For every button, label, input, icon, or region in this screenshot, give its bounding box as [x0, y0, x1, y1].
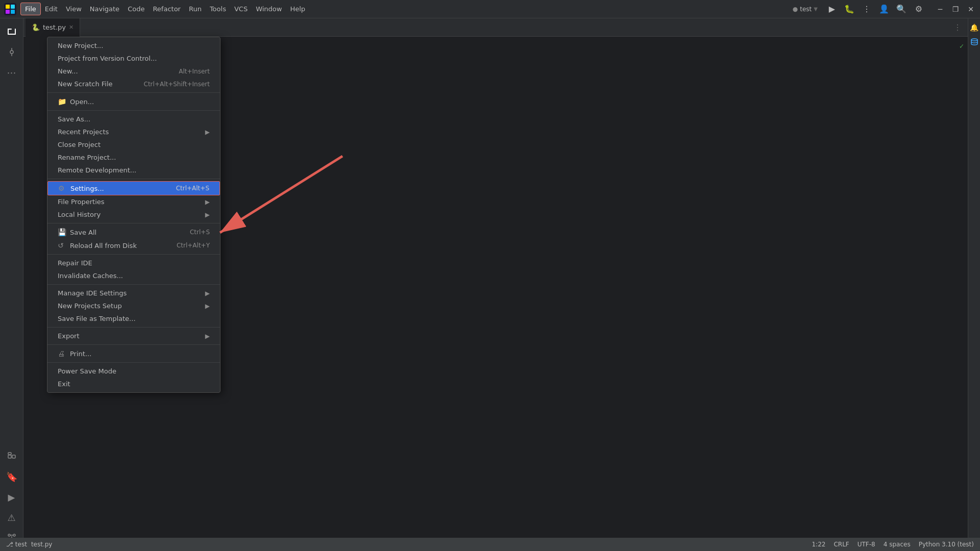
menu-bar-right: ● test ▼ ▶ 🐛 ⋮ 👤 🔍 ⚙ ─ ❐ ✕	[789, 2, 978, 16]
menu-item-reload-disk[interactable]: ↺ Reload All from Disk Ctrl+Alt+Y	[47, 239, 220, 252]
more-run-options[interactable]: ⋮	[860, 2, 874, 16]
menu-item-new-projects-setup[interactable]: New Projects Setup ▶	[47, 299, 220, 312]
shortcut-label: Alt+Insert	[179, 68, 210, 75]
line-ending-indicator[interactable]: CRLF	[834, 541, 849, 548]
svg-rect-8	[15, 29, 16, 35]
menu-item-print[interactable]: 🖨 Print...	[47, 347, 220, 360]
status-left: ⎇ test test.py	[6, 541, 52, 548]
python-version-indicator[interactable]: Python 3.10 (test)	[919, 541, 974, 548]
tab-close-icon[interactable]: ✕	[69, 24, 74, 31]
menu-run[interactable]: Run	[185, 3, 206, 15]
menu-item-label: Remote Development...	[58, 166, 136, 174]
submenu-arrow-icon: ▶	[205, 333, 210, 340]
menu-item-close-project[interactable]: Close Project	[47, 138, 220, 151]
tab-overflow-button[interactable]: ⋮	[949, 22, 966, 32]
menu-item-new-scratch[interactable]: New Scratch File Ctrl+Alt+Shift+Insert	[47, 78, 220, 90]
sidebar-item-problems[interactable]: ⚠	[3, 508, 21, 527]
menu-item-power-save-mode[interactable]: Power Save Mode	[47, 365, 220, 378]
editor-tab-test-py[interactable]: 🐍 test.py ✕	[26, 18, 80, 37]
menu-item-label: New Scratch File	[58, 80, 113, 88]
debug-button[interactable]: 🐛	[842, 2, 856, 16]
menu-item-manage-ide-settings[interactable]: Manage IDE Settings ▶	[47, 287, 220, 299]
sidebar-item-project[interactable]	[3, 22, 21, 41]
run-configuration[interactable]: ● test ▼	[789, 5, 822, 14]
menu-item-label: Exit	[58, 380, 70, 388]
menu-divider	[47, 284, 220, 285]
minimize-button[interactable]: ─	[933, 2, 947, 16]
svg-rect-14	[8, 453, 11, 455]
profile-button[interactable]: 👤	[877, 2, 891, 16]
encoding-indicator[interactable]: UTF-8	[857, 541, 875, 548]
menu-divider	[47, 110, 220, 111]
sidebar-item-run[interactable]: ▶	[3, 488, 21, 506]
svg-point-9	[10, 51, 13, 54]
menu-refactor[interactable]: Refactor	[149, 3, 185, 15]
menu-item-new[interactable]: New... Alt+Insert	[47, 65, 220, 78]
menu-navigate[interactable]: Navigate	[86, 3, 124, 15]
status-bar: ⎇ test test.py 1:22 CRLF UTF-8 4 spaces …	[0, 538, 980, 551]
menu-item-label: Manage IDE Settings	[58, 289, 127, 297]
menu-item-local-history[interactable]: Local History ▶	[47, 208, 220, 221]
app-icon	[2, 1, 18, 17]
menu-item-project-from-vcs[interactable]: Project from Version Control...	[47, 52, 220, 65]
menu-item-file-properties[interactable]: File Properties ▶	[47, 195, 220, 208]
menu-window[interactable]: Window	[252, 3, 286, 15]
menu-vcs[interactable]: VCS	[230, 3, 252, 15]
line-col-indicator[interactable]: 1:22	[812, 541, 825, 548]
menu-item-label: Recent Projects	[58, 128, 109, 136]
sidebar-item-more[interactable]: ⋯	[3, 63, 21, 82]
git-branch[interactable]: ⎇ test	[6, 541, 27, 548]
menu-item-repair-ide[interactable]: Repair IDE	[47, 257, 220, 269]
window-controls: ─ ❐ ✕	[933, 2, 978, 16]
menu-item-label: New Projects Setup	[58, 302, 122, 310]
menu-divider	[47, 254, 220, 255]
shortcut-label: Ctrl+Alt+S	[176, 185, 209, 192]
menu-help[interactable]: Help	[286, 3, 309, 15]
indent-indicator[interactable]: 4 spaces	[884, 541, 911, 548]
sidebar-item-plugins[interactable]	[3, 447, 21, 465]
menu-item-label: Invalidate Caches...	[58, 272, 123, 280]
menu-view[interactable]: View	[62, 3, 86, 15]
menu-item-label: Settings...	[70, 185, 104, 192]
menu-item-label: Reload All from Disk	[70, 242, 137, 249]
menu-tools[interactable]: Tools	[206, 3, 230, 15]
settings-button[interactable]: ⚙	[912, 2, 926, 16]
menu-item-invalidate-caches[interactable]: Invalidate Caches...	[47, 269, 220, 282]
menu-item-open[interactable]: 📁 Open...	[47, 95, 220, 108]
menu-item-recent-projects[interactable]: Recent Projects ▶	[47, 126, 220, 138]
sidebar-item-commit[interactable]	[3, 43, 21, 61]
sidebar-item-bookmarks[interactable]: 🔖	[3, 467, 21, 486]
menu-item-new-project[interactable]: New Project...	[47, 39, 220, 52]
menu-item-label: File Properties	[58, 198, 105, 206]
menu-file[interactable]: File	[20, 3, 41, 15]
menu-item-settings[interactable]: ⚙ Settings... Ctrl+Alt+S	[47, 181, 220, 195]
print-icon: 🖨	[58, 349, 68, 358]
menu-item-remote-development[interactable]: Remote Development...	[47, 164, 220, 177]
menu-item-export[interactable]: Export ▶	[47, 330, 220, 342]
menu-edit[interactable]: Edit	[41, 3, 62, 15]
python-file-icon: 🐍	[32, 23, 40, 31]
notifications-icon[interactable]: 🔔	[969, 22, 979, 33]
menu-item-save-file-as-template[interactable]: Save File as Template...	[47, 312, 220, 325]
menu-item-label: Project from Version Control...	[58, 55, 157, 62]
close-button[interactable]: ✕	[964, 2, 978, 16]
run-config-label: test	[800, 6, 812, 13]
editor-gutter-right: ✓	[955, 37, 968, 52]
restore-button[interactable]: ❐	[948, 2, 963, 16]
submenu-arrow-icon: ▶	[205, 211, 210, 218]
database-icon[interactable]	[969, 37, 979, 47]
menu-item-save-as[interactable]: Save As...	[47, 113, 220, 126]
menu-item-exit[interactable]: Exit	[47, 378, 220, 390]
gear-icon: ⚙	[58, 184, 68, 192]
menu-item-label: Local History	[58, 211, 101, 218]
menu-item-rename-project[interactable]: Rename Project...	[47, 151, 220, 164]
svg-point-15	[8, 534, 10, 536]
submenu-arrow-icon: ▶	[205, 129, 210, 136]
svg-rect-2	[11, 5, 15, 9]
run-button[interactable]: ▶	[825, 2, 839, 16]
shortcut-label: Ctrl+S	[190, 229, 210, 236]
menu-item-save-all[interactable]: 💾 Save All Ctrl+S	[47, 226, 220, 239]
tab-label: test.py	[43, 23, 66, 31]
search-everywhere-button[interactable]: 🔍	[894, 2, 909, 16]
menu-code[interactable]: Code	[124, 3, 149, 15]
